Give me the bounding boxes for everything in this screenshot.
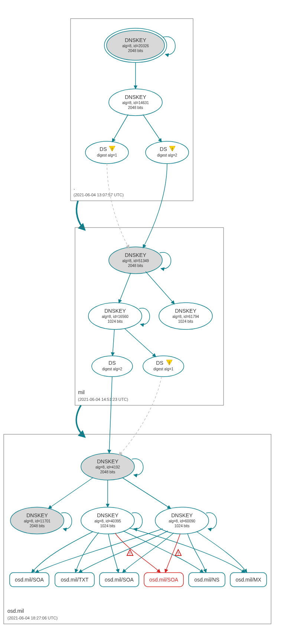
- svg-text:DNSKEY: DNSKEY: [125, 37, 146, 43]
- svg-text:DNSKEY: DNSKEY: [97, 512, 118, 518]
- delegation-arrow: [76, 201, 85, 230]
- svg-text:(2021-06-04 14:51:23 UTC): (2021-06-04 14:51:23 UTC): [78, 397, 128, 402]
- node-root-ds1: [85, 141, 128, 164]
- node-root-ds2: [146, 141, 189, 164]
- svg-text:!: !: [177, 552, 179, 556]
- svg-text:DNSKEY: DNSKEY: [104, 308, 126, 314]
- svg-text:osd.mil/SOA: osd.mil/SOA: [15, 577, 44, 583]
- svg-text:alg=8, id=61794: alg=8, id=61794: [172, 315, 199, 319]
- svg-text:alg=8, id=40395: alg=8, id=40395: [94, 519, 121, 523]
- svg-text:osd.mil/SOA: osd.mil/SOA: [149, 577, 178, 583]
- svg-text:DNSKEY: DNSKEY: [171, 512, 193, 518]
- svg-text:DNSKEY: DNSKEY: [175, 308, 196, 314]
- svg-text:DS: DS: [100, 146, 107, 152]
- node-mil-ds1: [92, 356, 133, 377]
- svg-text:DNSKEY: DNSKEY: [97, 458, 118, 464]
- svg-text:osd.mil/MX: osd.mil/MX: [235, 577, 261, 583]
- svg-text:!: !: [129, 552, 130, 556]
- svg-text:alg=8, id=11701: alg=8, id=11701: [24, 519, 50, 523]
- svg-text:(2021-06-04 18:27:06 UTC): (2021-06-04 18:27:06 UTC): [7, 616, 58, 620]
- svg-text:2048 bits: 2048 bits: [100, 470, 115, 474]
- svg-text:DS: DS: [156, 360, 163, 366]
- svg-text:osd.mil: osd.mil: [7, 608, 24, 614]
- svg-text:2048 bits: 2048 bits: [128, 106, 143, 110]
- svg-text:DNSKEY: DNSKEY: [26, 512, 48, 518]
- svg-text:1024 bits: 1024 bits: [100, 524, 115, 528]
- dnssec-diagram: . (2021-06-04 13:07:57 UTC) DNSKEY alg=8…: [0, 0, 303, 644]
- svg-text:!: !: [172, 147, 173, 151]
- zone-root-time: (2021-06-04 13:07:57 UTC): [74, 193, 124, 197]
- delegation-arrow: [76, 405, 85, 437]
- svg-text:digest alg=1: digest alg=1: [153, 367, 174, 371]
- svg-text:digest alg=2: digest alg=2: [102, 367, 123, 371]
- svg-text:!: !: [111, 147, 113, 151]
- svg-text:osd.mil/NS: osd.mil/NS: [194, 577, 219, 583]
- svg-text:digest alg=1: digest alg=1: [97, 153, 117, 157]
- svg-text:!: !: [169, 361, 170, 365]
- svg-text:2048 bits: 2048 bits: [30, 524, 45, 528]
- svg-text:alg=8, id=60090: alg=8, id=60090: [169, 519, 195, 523]
- zone-root-label: .: [74, 185, 75, 191]
- svg-text:alg=8, id=4192: alg=8, id=4192: [95, 465, 120, 469]
- svg-text:2048 bits: 2048 bits: [128, 49, 143, 53]
- svg-text:DNSKEY: DNSKEY: [125, 252, 146, 258]
- svg-text:1024 bits: 1024 bits: [108, 319, 123, 323]
- svg-text:alg=8, id=20326: alg=8, id=20326: [122, 44, 149, 48]
- svg-text:digest alg=2: digest alg=2: [157, 153, 177, 157]
- svg-text:2048 bits: 2048 bits: [128, 264, 143, 268]
- svg-text:1024 bits: 1024 bits: [175, 524, 190, 528]
- svg-text:osd.mil/SOA: osd.mil/SOA: [105, 577, 134, 583]
- svg-text:DS: DS: [108, 360, 115, 366]
- svg-text:DS: DS: [160, 146, 167, 152]
- svg-text:alg=8, id=16560: alg=8, id=16560: [102, 315, 128, 319]
- svg-text:DNSKEY: DNSKEY: [125, 94, 146, 100]
- node-mil-ds2: [143, 356, 184, 377]
- svg-text:1024 bits: 1024 bits: [178, 319, 193, 323]
- svg-text:osd.mil/TXT: osd.mil/TXT: [61, 577, 89, 583]
- svg-text:alg=8, id=51349: alg=8, id=51349: [122, 259, 149, 263]
- svg-text:mil: mil: [78, 389, 85, 395]
- svg-text:alg=8, id=14631: alg=8, id=14631: [122, 101, 149, 105]
